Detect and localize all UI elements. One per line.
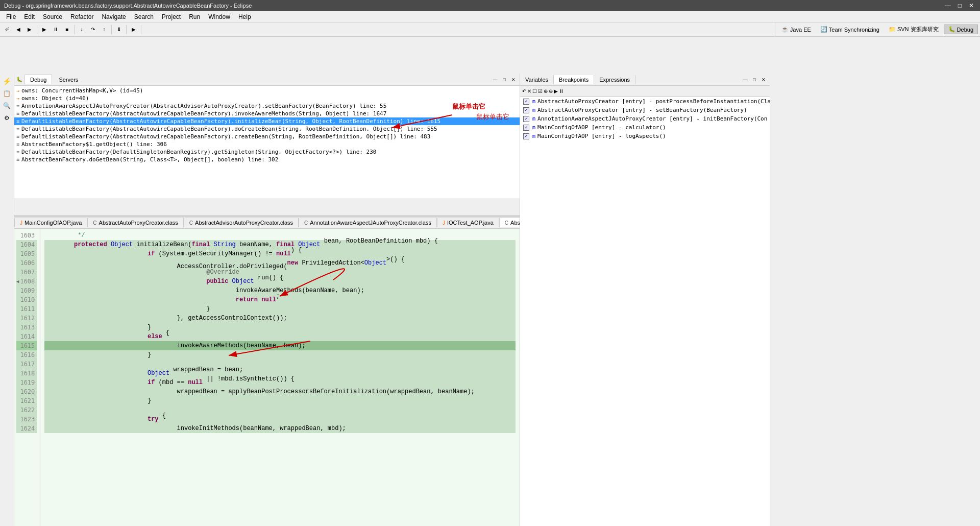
side-icon-3[interactable]: 🔍 — [2, 100, 13, 111]
stack-item[interactable]: → owns: Object (id=46) — [14, 94, 520, 102]
bp-item[interactable]: ✓ m MainConfigOfAOP [entry] - logAspects… — [520, 132, 770, 140]
breakpoints-list[interactable]: ✓ m AbstractAutoProxyCreator [entry] - p… — [520, 97, 770, 526]
stack-item[interactable]: → owns: ConcurrentHashMap<K,V> (id=45) — [14, 87, 520, 94]
tab-servers[interactable]: Servers — [53, 75, 84, 84]
close-view-btn[interactable]: ✕ — [509, 76, 518, 84]
toolbar-btn-1[interactable]: ⏎ — [2, 25, 12, 35]
perspective-svn[interactable]: 📁 SVN 资源库研究 — [885, 25, 943, 34]
stack-item-selected[interactable]: ≡ DefaultListableBeanFactory(AbstractAut… — [14, 117, 520, 125]
bp-toolbar-btn-6[interactable]: ⊖ — [549, 88, 553, 94]
file-tab-abstract-advisor[interactable]: C AbstractAdvisorAutoProxyCreator.class — [184, 218, 299, 227]
menu-source[interactable]: Source — [39, 12, 66, 21]
menu-run[interactable]: Run — [185, 12, 204, 21]
vars-maximize-btn[interactable]: □ — [750, 77, 758, 82]
stack-lines-icon: ≡ — [16, 157, 19, 162]
line-num: 1603 — [16, 231, 37, 240]
side-icon-1[interactable]: ⚡ — [2, 76, 13, 87]
bp-toolbar-btn-2[interactable]: ✕ — [527, 88, 531, 94]
menu-edit[interactable]: Edit — [20, 12, 39, 21]
right-panel: Variables Breakpoints Expressions — □ ✕ … — [520, 74, 770, 526]
menu-project[interactable]: Project — [158, 12, 185, 21]
team-sync-icon: 🔄 — [820, 26, 827, 33]
line-num: 1605 — [16, 249, 37, 258]
tab-area-controls: — □ ✕ — [491, 76, 518, 84]
tab-debug[interactable]: Debug — [24, 75, 52, 84]
menu-file[interactable]: File — [2, 12, 20, 21]
bp-item[interactable]: ✓ m MainConfigOfAOP [entry] - calculator… — [520, 123, 770, 132]
line-num: 1611 — [16, 304, 37, 314]
toolbar-step-return[interactable]: ↑ — [99, 25, 109, 35]
bp-toolbar-btn-5[interactable]: ⊕ — [544, 88, 548, 94]
menu-refactor[interactable]: Refactor — [66, 12, 97, 21]
perspective-team-sync[interactable]: 🔄 Team Synchronizing — [816, 25, 884, 34]
bp-checkbox[interactable]: ✓ — [523, 99, 529, 105]
menu-search[interactable]: Search — [130, 12, 158, 21]
stack-item[interactable]: ≡ AbstractBeanFactory$1.getObject() line… — [14, 140, 520, 148]
bp-item[interactable]: ✓ m AbstractAutoProxyCreator [entry] - s… — [520, 106, 770, 114]
perspective-java-ee[interactable]: ☕ Java EE — [777, 25, 815, 34]
tab-variables[interactable]: Variables — [520, 75, 554, 84]
file-tab-abstract-autowire[interactable]: C AbstractAutowireCapableBeanFactory.cla… — [499, 218, 520, 227]
toolbar-step-over[interactable]: ↷ — [88, 25, 98, 35]
stack-item[interactable]: ≡ DefaultListableBeanFactory(DefaultSing… — [14, 148, 520, 156]
stack-item[interactable]: ≡ DefaultListableBeanFactory(AbstractAut… — [14, 125, 520, 133]
vars-minimize-btn[interactable]: — — [741, 77, 749, 82]
stack-lines-icon: ≡ — [16, 134, 19, 139]
bp-item[interactable]: ✓ m AbstractAutoProxyCreator [entry] - p… — [520, 97, 770, 106]
file-tab-ioc-test[interactable]: J IOCTest_AOP.java — [437, 218, 499, 227]
file-tab-abstract-auto-proxy[interactable]: C AbstractAutoProxyCreator.class — [87, 218, 184, 227]
minimize-view-btn[interactable]: — — [491, 76, 499, 84]
side-icon-4[interactable]: ⚙ — [2, 112, 13, 124]
bp-toolbar-btn-8[interactable]: ⏸ — [559, 88, 564, 94]
line-num: 1618 — [16, 369, 37, 378]
toolbar-btn-2[interactable]: ◀ — [13, 25, 23, 35]
menu-window[interactable]: Window — [204, 12, 234, 21]
toolbar-run[interactable]: ▶ — [129, 25, 139, 35]
maximize-button[interactable]: □ — [956, 2, 964, 9]
window-controls: — □ ✕ — [943, 2, 976, 9]
close-button[interactable]: ✕ — [967, 2, 976, 9]
line-num: 1613 — [16, 323, 37, 332]
bp-checkbox[interactable]: ✓ — [523, 133, 529, 139]
toolbar-suspend[interactable]: ⏸ — [51, 25, 61, 35]
vars-close-btn[interactable]: ✕ — [760, 77, 768, 82]
tab-expressions[interactable]: Expressions — [594, 75, 635, 84]
toolbar-resume[interactable]: ▶ — [39, 25, 50, 35]
bp-toolbar-btn-7[interactable]: ▶ — [554, 88, 558, 94]
stack-item[interactable]: ≡ AnnotationAwareAspectJAutoProxyCreator… — [14, 102, 520, 110]
line-num: 1604 — [16, 240, 37, 249]
bp-toolbar-btn-1[interactable]: ↶ — [522, 88, 526, 94]
stack-item[interactable]: ≡ DefaultListableBeanFactory(AbstractAut… — [14, 110, 520, 117]
java-ee-icon: ☕ — [781, 26, 789, 33]
file-tab-main-config[interactable]: J MainConfigOfAOP.java — [14, 218, 87, 227]
stack-item[interactable]: ≡ DefaultListableBeanFactory(AbstractAut… — [14, 133, 520, 140]
left-panel: ⚡ 📋 🔍 ⚙ — [0, 74, 14, 526]
toolbar-btn-drop[interactable]: ⬇ — [114, 25, 124, 35]
stack-trace[interactable]: → owns: ConcurrentHashMap<K,V> (id=45) →… — [14, 86, 520, 198]
menu-navigate[interactable]: Navigate — [97, 12, 130, 21]
line-num: 1616 — [16, 350, 37, 360]
bp-checkbox[interactable]: ✓ — [523, 125, 529, 131]
menu-help[interactable]: Help — [234, 12, 255, 21]
bp-checkbox[interactable]: ✓ — [523, 116, 529, 122]
line-num: 1612 — [16, 314, 37, 323]
tab-breakpoints[interactable]: Breakpoints — [554, 75, 594, 84]
toolbar-step-into[interactable]: ↓ — [77, 25, 87, 35]
bp-checkbox[interactable]: ✓ — [523, 107, 529, 113]
bp-toolbar-btn-3[interactable]: ☐ — [532, 88, 537, 94]
side-icon-2[interactable]: 📋 — [2, 88, 13, 99]
toolbar-terminate[interactable]: ■ — [62, 25, 72, 35]
toolbar-btn-3[interactable]: ▶ — [24, 25, 35, 35]
bp-toolbar-btn-4[interactable]: ☑ — [538, 88, 543, 94]
perspective-tabs: ☕ Java EE 🔄 Team Synchronizing 📁 SVN 资源库… — [775, 22, 980, 37]
breakpoints-toolbar: ↶ ✕ ☐ ☑ ⊕ ⊖ ▶ ⏸ — [520, 86, 770, 97]
stack-item[interactable]: ≡ AbstractBeanFactory.doGetBean(String, … — [14, 156, 520, 163]
line-num: 1606 — [16, 258, 37, 268]
perspective-debug[interactable]: 🐛 Debug — [944, 25, 978, 34]
code-content[interactable]: */ protected Object initializeBean(final… — [40, 229, 520, 526]
minimize-button[interactable]: — — [943, 2, 953, 9]
file-tab-annotation-aware[interactable]: C AnnotationAwareAspectJAutoProxyCreator… — [299, 218, 437, 227]
method-icon: m — [532, 107, 535, 113]
maximize-view-btn[interactable]: □ — [500, 76, 508, 84]
bp-item[interactable]: ✓ m AnnotationAwareAspectJAutoProxyCreat… — [520, 114, 770, 123]
